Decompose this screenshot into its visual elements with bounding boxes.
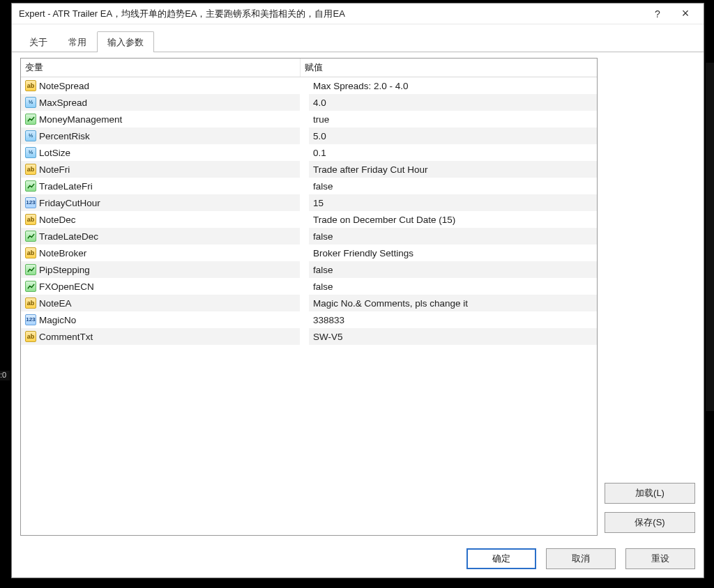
param-name: MoneyManagement xyxy=(39,114,122,125)
table-row[interactable]: abNoteEAMagic No.& Comments, pls change … xyxy=(21,295,597,311)
param-name-cell[interactable]: abNoteDec xyxy=(21,211,300,228)
bool-icon xyxy=(25,281,36,292)
titlebar: Expert - ATR Trailer EA，均线开单的趋势EA，主要跑镑系和… xyxy=(12,3,704,24)
cancel-button[interactable]: 取消 xyxy=(546,548,616,569)
bool-icon xyxy=(25,231,36,242)
table-row[interactable]: abNoteSpreadMax Spreads: 2.0 - 4.0 xyxy=(21,77,597,94)
bg-fragment xyxy=(706,63,714,411)
param-value-cell[interactable]: 0.1 xyxy=(309,144,597,161)
side-buttons: 加载(L) 保存(S) xyxy=(605,58,695,536)
double-icon: ½ xyxy=(25,130,36,141)
table-row[interactable]: abCommentTxtSW-V5 xyxy=(21,328,597,345)
column-header-value[interactable]: 赋值 xyxy=(300,59,597,77)
table-row[interactable]: abNoteBrokerBroker Friendly Settings xyxy=(21,245,597,261)
param-name: NoteBroker xyxy=(39,248,86,258)
param-name-cell[interactable]: 123FridayCutHour xyxy=(21,194,300,211)
param-value-cell[interactable]: SW-V5 xyxy=(309,328,597,345)
param-value-cell[interactable]: false xyxy=(309,261,597,278)
param-name-cell[interactable]: FXOpenECN xyxy=(21,278,300,295)
param-name: CommentTxt xyxy=(39,332,93,342)
param-value-cell[interactable]: Trade on December Cut Date (15) xyxy=(309,211,597,228)
bg-fragment: :0 xyxy=(0,371,10,380)
param-value-cell[interactable]: false xyxy=(309,278,597,295)
param-name: MaxSpread xyxy=(39,98,87,108)
param-name: NoteFri xyxy=(39,164,70,175)
ok-button[interactable]: 确定 xyxy=(466,548,536,569)
param-name-cell[interactable]: ½PercentRisk xyxy=(21,127,300,144)
table-row[interactable]: TradeLateFrifalse xyxy=(21,178,597,194)
string-icon: ab xyxy=(25,247,36,258)
tab-bar: 关于 常用 输入参数 xyxy=(12,24,704,52)
double-icon: ½ xyxy=(25,147,36,158)
param-name-cell[interactable]: TradeLateDec xyxy=(21,228,300,245)
parameters-grid: 变量 赋值 abNoteSpreadMax Spreads: 2.0 - 4.0… xyxy=(20,58,598,536)
dialog-footer: 确定 取消 重设 xyxy=(12,541,704,578)
param-value-cell[interactable]: 5.0 xyxy=(309,127,597,144)
tab-common[interactable]: 常用 xyxy=(58,31,97,52)
param-name: TradeLateFri xyxy=(39,181,93,192)
bool-icon xyxy=(25,264,36,275)
table-row[interactable]: ½LotSize0.1 xyxy=(21,144,597,161)
param-value-cell[interactable]: 338833 xyxy=(309,311,597,328)
param-name-cell[interactable]: abNoteBroker xyxy=(21,245,300,261)
param-name: PipStepping xyxy=(39,265,90,275)
load-button[interactable]: 加载(L) xyxy=(605,483,695,504)
param-value-cell[interactable]: Magic No.& Comments, pls change it xyxy=(309,295,597,311)
param-name-cell[interactable]: ½MaxSpread xyxy=(21,94,300,111)
param-value-cell[interactable]: Max Spreads: 2.0 - 4.0 xyxy=(309,77,597,94)
param-value-cell[interactable]: 15 xyxy=(309,194,597,211)
table-row[interactable]: PipSteppingfalse xyxy=(21,261,597,278)
param-value-cell[interactable]: 4.0 xyxy=(309,94,597,111)
param-name: LotSize xyxy=(39,148,70,158)
param-value-cell[interactable]: true xyxy=(309,111,597,127)
table-row[interactable]: TradeLateDecfalse xyxy=(21,228,597,245)
expert-properties-dialog: Expert - ATR Trailer EA，均线开单的趋势EA，主要跑镑系和… xyxy=(11,3,704,578)
param-name: MagicNo xyxy=(39,315,76,325)
string-icon: ab xyxy=(25,331,36,342)
param-name: NoteSpread xyxy=(39,81,89,91)
param-name: PercentRisk xyxy=(39,131,90,141)
param-name-cell[interactable]: MoneyManagement xyxy=(21,111,300,127)
param-name-cell[interactable]: abCommentTxt xyxy=(21,328,300,345)
table-row[interactable]: ½PercentRisk5.0 xyxy=(21,127,597,144)
param-name-cell[interactable]: PipStepping xyxy=(21,261,300,278)
table-row[interactable]: FXOpenECNfalse xyxy=(21,278,597,295)
param-name-cell[interactable]: abNoteFri xyxy=(21,161,300,178)
table-row[interactable]: abNoteFriTrade after Friday Cut Hour xyxy=(21,161,597,178)
tab-content: 变量 赋值 abNoteSpreadMax Spreads: 2.0 - 4.0… xyxy=(12,52,704,541)
param-value-cell[interactable]: false xyxy=(309,228,597,245)
bool-icon xyxy=(25,114,36,125)
param-name-cell[interactable]: abNoteSpread xyxy=(21,77,300,94)
save-button[interactable]: 保存(S) xyxy=(605,512,695,533)
param-value-cell[interactable]: Broker Friendly Settings xyxy=(309,245,597,261)
table-row[interactable]: 123MagicNo338833 xyxy=(21,311,597,328)
integer-icon: 123 xyxy=(25,314,36,325)
param-name: FridayCutHour xyxy=(39,198,100,208)
table-row[interactable]: MoneyManagementtrue xyxy=(21,111,597,127)
param-name-cell[interactable]: TradeLateFri xyxy=(21,178,300,194)
table-row[interactable]: abNoteDecTrade on December Cut Date (15) xyxy=(21,211,597,228)
bool-icon xyxy=(25,180,36,192)
param-name-cell[interactable]: abNoteEA xyxy=(21,295,300,311)
param-name-cell[interactable]: 123MagicNo xyxy=(21,311,300,328)
column-header-variable[interactable]: 变量 xyxy=(21,59,300,77)
table-row[interactable]: 123FridayCutHour15 xyxy=(21,194,597,211)
param-name: NoteEA xyxy=(39,298,72,309)
table-row[interactable]: ½MaxSpread4.0 xyxy=(21,94,597,111)
help-button[interactable]: ? xyxy=(644,4,671,24)
param-value-cell[interactable]: Trade after Friday Cut Hour xyxy=(309,161,597,178)
string-icon: ab xyxy=(25,164,36,175)
string-icon: ab xyxy=(25,80,36,91)
reset-button[interactable]: 重设 xyxy=(625,548,695,569)
tab-inputs[interactable]: 输入参数 xyxy=(97,31,154,52)
close-button[interactable]: × xyxy=(671,4,699,24)
param-value-cell[interactable]: false xyxy=(309,178,597,194)
tab-about[interactable]: 关于 xyxy=(19,31,58,52)
window-title: Expert - ATR Trailer EA，均线开单的趋势EA，主要跑镑系和… xyxy=(19,8,644,20)
param-name: FXOpenECN xyxy=(39,281,94,292)
string-icon: ab xyxy=(25,297,36,309)
string-icon: ab xyxy=(25,214,36,225)
param-name-cell[interactable]: ½LotSize xyxy=(21,144,300,161)
param-name: TradeLateDec xyxy=(39,231,98,242)
double-icon: ½ xyxy=(25,97,36,108)
